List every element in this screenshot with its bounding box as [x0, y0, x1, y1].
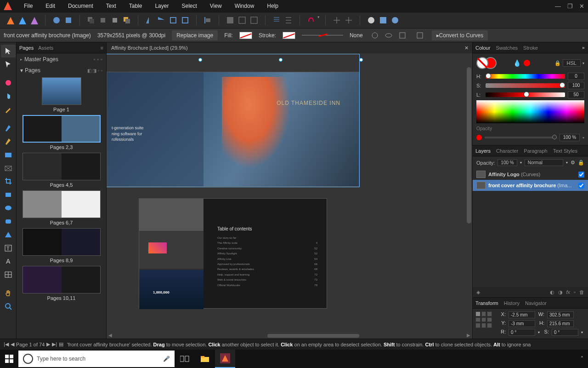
rectangle-tool[interactable]: [1, 188, 16, 201]
arrange-back-icon[interactable]: [85, 15, 96, 26]
horizontal-scrollbar[interactable]: [267, 334, 359, 338]
rotate-cw-icon[interactable]: [180, 15, 191, 26]
colour-tab[interactable]: Colour: [475, 45, 490, 51]
fill-colour-well[interactable]: [476, 57, 488, 69]
menu-view[interactable]: View: [204, 1, 228, 11]
taskbar-search[interactable]: Type here to search 🎤: [18, 351, 175, 367]
close-button[interactable]: ✕: [579, 3, 584, 10]
ellipse-tool[interactable]: [1, 201, 16, 214]
affinity-publisher-icon[interactable]: [215, 350, 235, 368]
layers-tab[interactable]: Layers: [475, 148, 491, 154]
paragraph-tab[interactable]: Paragraph: [524, 148, 547, 154]
pages-tab[interactable]: Pages: [19, 45, 34, 51]
page-thumb[interactable]: Pages 6,7: [19, 190, 103, 225]
add-layer-icon[interactable]: ▫: [574, 289, 576, 295]
page-thumb[interactable]: Page 1: [19, 77, 103, 112]
navigator-tab[interactable]: Navigator: [525, 300, 547, 306]
node-tool[interactable]: [1, 58, 16, 71]
mask-icon[interactable]: ◐: [550, 289, 554, 295]
arrange-backward-icon[interactable]: [97, 15, 108, 26]
s-input[interactable]: [552, 329, 578, 336]
pages-header[interactable]: ▾Pages ◧ ◨ ▫ ▫: [17, 65, 106, 75]
align-left-icon[interactable]: [202, 15, 213, 26]
flip-horizontal-icon[interactable]: [144, 15, 155, 26]
arrange-forward-icon[interactable]: [109, 15, 120, 26]
task-view-icon[interactable]: [175, 350, 195, 368]
minimize-button[interactable]: —: [555, 3, 561, 10]
fill-tool[interactable]: [1, 90, 16, 103]
intersect-icon[interactable]: [390, 15, 401, 26]
menu-text[interactable]: Text: [100, 1, 123, 11]
preflight-icon[interactable]: [51, 15, 62, 26]
close-tab-icon[interactable]: ✕: [464, 45, 469, 51]
assets-icon[interactable]: [63, 15, 74, 26]
photo-persona-icon[interactable]: [28, 15, 40, 26]
tray-chevron-icon[interactable]: ˄: [581, 356, 583, 362]
column-guides-2-icon[interactable]: [283, 15, 294, 26]
r-input[interactable]: [509, 329, 535, 336]
colour-spectrum[interactable]: [476, 100, 584, 123]
menu-file[interactable]: File: [17, 1, 39, 11]
layer-lock-icon[interactable]: 🔒: [578, 160, 584, 166]
colour-picker-tool[interactable]: [1, 103, 16, 116]
zoom-tool[interactable]: [1, 300, 16, 313]
layer-visible-checkbox[interactable]: [578, 183, 584, 189]
colour-panel-menu-icon[interactable]: ▸: [582, 45, 585, 51]
clip-canvas-icon[interactable]: [343, 15, 354, 26]
mic-icon[interactable]: 🎤: [163, 356, 170, 362]
pencil-tool[interactable]: [1, 135, 16, 148]
layer-row[interactable]: front cover affinity brochure (Ima...: [473, 180, 588, 191]
menu-window[interactable]: Window: [228, 1, 261, 11]
baseline-grid-icon[interactable]: [225, 15, 236, 26]
menu-select[interactable]: Select: [175, 1, 203, 11]
colour-mode-select[interactable]: HSL: [563, 59, 581, 67]
sat-slider[interactable]: [486, 83, 565, 88]
lit-slider[interactable]: [486, 92, 565, 97]
hue-slider[interactable]: [486, 74, 565, 79]
selection-handles[interactable]: [198, 58, 451, 63]
layer-visible-checkbox[interactable]: [578, 172, 584, 178]
stroke-swatch[interactable]: [283, 32, 295, 39]
move-tool[interactable]: [1, 45, 16, 58]
stroke-tab[interactable]: Stroke: [523, 45, 538, 51]
pen-tool[interactable]: [1, 121, 16, 134]
page-thumb[interactable]: Pages 10,11: [19, 266, 103, 301]
menu-document[interactable]: Document: [62, 1, 100, 11]
fx-icon[interactable]: fx: [566, 289, 571, 295]
edit-all-layers-icon[interactable]: [397, 30, 408, 41]
stroke-preview[interactable]: [302, 35, 343, 35]
show-text-flow-icon[interactable]: [249, 15, 260, 26]
snapping-icon[interactable]: [305, 15, 317, 26]
h-input[interactable]: [547, 320, 574, 327]
anchor-picker[interactable]: [475, 311, 492, 328]
subtract-icon[interactable]: [378, 15, 389, 26]
menu-help[interactable]: Help: [260, 1, 285, 11]
triangle-tool[interactable]: [1, 228, 16, 241]
fill-swatch[interactable]: [239, 32, 252, 39]
history-tab[interactable]: History: [504, 300, 520, 306]
panel-menu-icon[interactable]: ≡: [101, 45, 103, 51]
table-tool[interactable]: [1, 268, 16, 281]
text-styles-tab[interactable]: Text Styles: [553, 148, 577, 154]
column-guides-icon[interactable]: [271, 15, 282, 26]
paint-brush-tool[interactable]: [1, 76, 16, 89]
layer-row[interactable]: Affinity Logo (Curves): [473, 169, 588, 180]
picture-frame-tool[interactable]: [1, 148, 16, 161]
file-explorer-icon[interactable]: [195, 350, 215, 368]
layer-settings-icon[interactable]: ⚙: [571, 160, 575, 166]
crop-tool[interactable]: [1, 175, 16, 188]
canvas[interactable]: t-generation suitening software forrofes…: [107, 53, 472, 339]
replace-image-button[interactable]: Replace image: [172, 30, 218, 40]
character-tab[interactable]: Character: [496, 148, 518, 154]
menu-edit[interactable]: Edit: [39, 1, 62, 11]
vertical-scrollbar[interactable]: [467, 67, 471, 224]
swatches-tab[interactable]: Swatches: [496, 45, 518, 51]
arrange-front-icon[interactable]: [121, 15, 132, 26]
publisher-persona-icon[interactable]: [5, 15, 16, 26]
x-input[interactable]: [509, 311, 535, 318]
menu-layer[interactable]: Layer: [148, 1, 175, 11]
page-thumb[interactable]: Pages 4,5: [19, 153, 103, 188]
pan-tool[interactable]: [1, 287, 16, 299]
page-nav[interactable]: |◀◀ Page 1 of 74 ▶▶| ▤: [4, 341, 63, 347]
layer-group-icon[interactable]: ◈: [476, 289, 480, 295]
